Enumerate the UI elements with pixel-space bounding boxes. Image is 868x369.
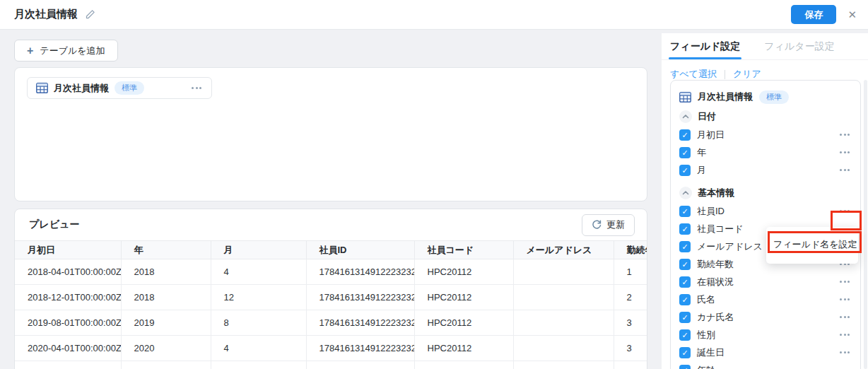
menu-item-set-field-name[interactable]: フィールド名を設定 <box>770 231 855 258</box>
table-cell: 8 <box>211 310 306 336</box>
tables-canvas: 月次社員情報 標準 <box>14 67 647 201</box>
sidebar-scrollbar[interactable] <box>864 80 867 369</box>
table-cell: HPC20112 <box>414 361 513 369</box>
table-cell: 4 <box>211 336 306 361</box>
preview-table-row: 2018-12-01T00:00:00Z20181217841613149122… <box>15 285 647 310</box>
table-cell: 12 <box>211 285 306 310</box>
field-checkbox-checked[interactable]: ✓ <box>679 223 691 235</box>
column-header: 月 <box>211 241 306 259</box>
table-cell <box>513 285 614 310</box>
refresh-icon <box>592 220 602 230</box>
field-group-header[interactable]: 基本情報 <box>671 184 860 202</box>
field-checkbox-checked[interactable]: ✓ <box>679 312 691 323</box>
refresh-button[interactable]: 更新 <box>582 214 635 236</box>
table-chip-name: 月次社員情報 <box>54 82 109 95</box>
column-header: 社員ID <box>306 241 414 259</box>
page-title: 月次社員情報 <box>14 8 78 21</box>
field-row: ✓社員ID <box>671 202 860 220</box>
table-cell <box>513 336 614 361</box>
header: 月次社員情報 保存 ✕ <box>0 0 868 30</box>
field-row: ✓氏名 <box>671 291 860 308</box>
table-cell: HPC20112 <box>414 259 513 285</box>
column-header: 月初日 <box>15 241 121 259</box>
table-cell: 1784161314912223232 <box>306 259 414 285</box>
tab-field-settings[interactable]: フィールド設定 <box>670 40 740 59</box>
field-more-options-icon[interactable] <box>838 366 851 369</box>
field-label: 氏名 <box>697 293 715 306</box>
field-more-options-icon[interactable] <box>838 166 851 174</box>
collapse-chevron-icon[interactable] <box>679 187 692 199</box>
field-row: ✓年齢 <box>671 361 860 369</box>
field-label: 勤続年数 <box>697 258 734 271</box>
sidebar-table-chip: 月次社員情報 標準 <box>671 86 860 107</box>
table-cell: 2019 <box>121 310 211 336</box>
column-header: メールアドレス <box>513 241 614 259</box>
table-icon <box>679 92 691 102</box>
field-more-options-icon[interactable] <box>838 295 851 303</box>
field-more-options-icon[interactable] <box>838 131 851 139</box>
field-checkbox-checked[interactable]: ✓ <box>679 365 691 369</box>
field-more-options-icon[interactable] <box>838 313 851 321</box>
table-cell: 2020-12-01T00:00:00Z <box>15 361 121 369</box>
field-checkbox-checked[interactable]: ✓ <box>679 206 691 217</box>
more-options-icon[interactable] <box>190 84 203 92</box>
field-checkbox-checked[interactable]: ✓ <box>679 241 691 252</box>
field-label: 年 <box>697 146 706 159</box>
table-cell: 1 <box>614 259 647 285</box>
clear-link[interactable]: クリア <box>733 68 761 81</box>
preview-table-row: 2020-04-01T00:00:00Z20204178416131491222… <box>15 336 647 361</box>
field-row: ✓誕生日 <box>671 344 860 361</box>
divider <box>725 70 725 79</box>
field-more-options-icon[interactable] <box>838 278 851 286</box>
table-cell: 2019-08-01T00:00:00Z <box>15 310 121 336</box>
table-chip[interactable]: 月次社員情報 標準 <box>27 77 212 99</box>
save-button[interactable]: 保存 <box>791 5 836 24</box>
add-table-label: テーブルを追加 <box>40 45 105 57</box>
column-header: 勤続年数 <box>614 241 647 259</box>
table-cell <box>513 361 614 369</box>
table-cell: 2018-12-01T00:00:00Z <box>15 285 121 310</box>
collapse-chevron-icon[interactable] <box>679 110 692 123</box>
table-cell: 12 <box>211 361 306 369</box>
table-icon <box>36 83 48 93</box>
select-all-link[interactable]: すべて選択 <box>670 68 717 81</box>
table-cell: 2 <box>614 285 647 310</box>
field-more-options-icon[interactable] <box>838 148 851 156</box>
table-chip-badge: 標準 <box>115 81 144 95</box>
preview-table-row: 2018-04-01T00:00:00Z20184178416131491222… <box>15 259 647 285</box>
field-row: ✓カナ氏名 <box>671 308 860 326</box>
field-checkbox-checked[interactable]: ✓ <box>679 165 691 176</box>
table-cell: 4 <box>211 259 306 285</box>
field-label: カナ氏名 <box>697 311 734 324</box>
add-table-button[interactable]: + テーブルを追加 <box>14 40 118 62</box>
preview-panel: プレビュー 更新 月初日年月社員ID社員コードメールアドレス勤続年数2018-0… <box>14 209 647 369</box>
close-icon[interactable]: ✕ <box>848 9 857 20</box>
table-cell: 3 <box>614 310 647 336</box>
field-label: 在籍状況 <box>697 276 734 288</box>
field-checkbox-checked[interactable]: ✓ <box>679 347 691 358</box>
field-checkbox-checked[interactable]: ✓ <box>679 276 691 288</box>
field-checkbox-checked[interactable]: ✓ <box>679 294 691 305</box>
field-checkbox-checked[interactable]: ✓ <box>679 147 691 158</box>
field-more-options-icon[interactable] <box>838 207 851 215</box>
field-checkbox-checked[interactable]: ✓ <box>679 329 691 341</box>
field-row: ✓在籍状況 <box>671 273 860 291</box>
refresh-label: 更新 <box>606 218 625 231</box>
preview-table-row: 2020-12-01T00:00:00Z20201217841613149122… <box>15 361 647 369</box>
table-cell: HPC20112 <box>414 310 513 336</box>
tab-filter-settings[interactable]: フィルター設定 <box>764 40 834 59</box>
field-checkbox-checked[interactable]: ✓ <box>679 259 691 270</box>
field-label: 誕生日 <box>697 346 725 359</box>
field-label: 月初日 <box>697 129 725 141</box>
field-group-header[interactable]: 日付 <box>671 107 860 126</box>
sidebar-tabs: フィールド設定 フィルター設定 <box>662 33 868 60</box>
field-more-options-icon[interactable] <box>838 348 851 356</box>
field-label: 性別 <box>697 329 715 341</box>
field-checkbox-checked[interactable]: ✓ <box>679 129 691 141</box>
edit-title-icon[interactable] <box>85 9 95 20</box>
table-cell: 2020 <box>121 361 211 369</box>
preview-table-clip: 月初日年月社員ID社員コードメールアドレス勤続年数2018-04-01T00:0… <box>15 240 647 369</box>
field-more-options-icon[interactable] <box>838 331 851 339</box>
field-row: ✓月初日 <box>671 126 860 144</box>
table-cell: 2018 <box>121 259 211 285</box>
